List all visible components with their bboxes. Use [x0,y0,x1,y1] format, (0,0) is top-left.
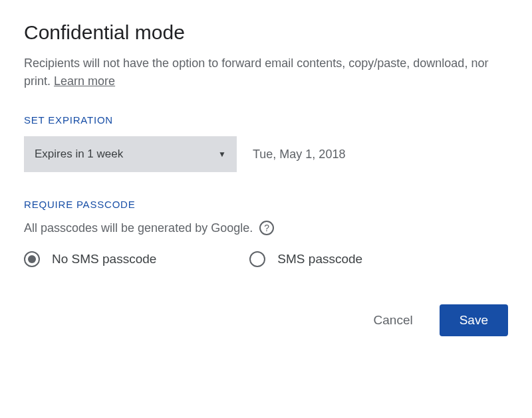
require-passcode-label: REQUIRE PASSCODE [24,199,508,210]
radio-icon [24,251,40,267]
passcode-hint-text: All passcodes will be generated by Googl… [24,221,253,235]
dialog-title: Confidential mode [24,21,508,44]
radio-sms-passcode[interactable]: SMS passcode [249,251,362,267]
expiration-date-display: Tue, May 1, 2018 [253,148,345,161]
expiration-dropdown-value: Expires in 1 week [35,148,123,161]
radio-label-sms: SMS passcode [277,252,362,266]
passcode-radio-group: No SMS passcode SMS passcode [24,251,508,267]
learn-more-link[interactable]: Learn more [54,74,115,88]
radio-no-sms-passcode[interactable]: No SMS passcode [24,251,156,267]
dialog-button-row: Cancel Save [24,304,508,336]
save-button[interactable]: Save [440,304,508,336]
help-icon[interactable]: ? [259,221,274,235]
radio-icon [249,251,265,267]
expiration-row: Expires in 1 week ▼ Tue, May 1, 2018 [24,136,508,172]
expiration-dropdown[interactable]: Expires in 1 week ▼ [24,136,237,172]
set-expiration-label: SET EXPIRATION [24,114,508,126]
chevron-down-icon: ▼ [218,150,226,159]
passcode-hint-row: All passcodes will be generated by Googl… [24,221,508,235]
radio-dot-icon [28,255,36,263]
cancel-button[interactable]: Cancel [366,306,421,334]
radio-label-no-sms: No SMS passcode [52,252,156,266]
dialog-description: Recipients will not have the option to f… [24,54,508,90]
